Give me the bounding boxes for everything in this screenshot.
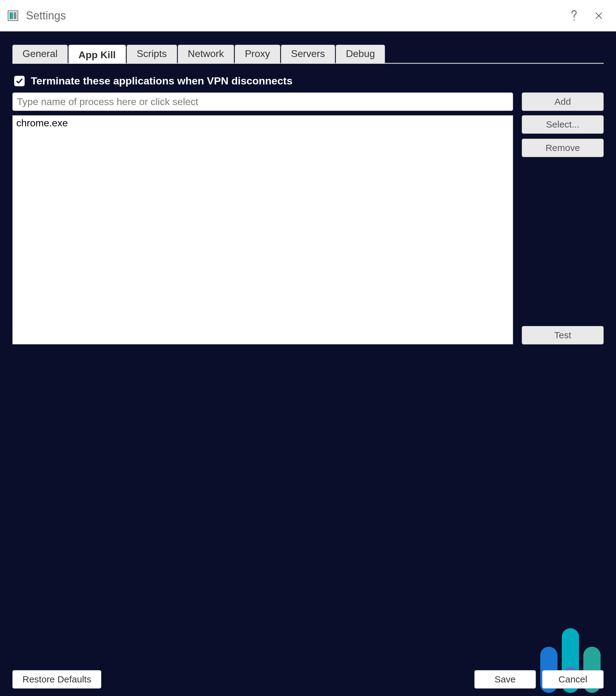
svg-rect-2 (14, 12, 16, 19)
settings-window: Settings General App Kill Scripts Networ… (0, 0, 616, 696)
svg-rect-1 (10, 12, 13, 19)
select-button[interactable]: Select... (522, 115, 604, 134)
save-button[interactable]: Save (474, 670, 536, 689)
close-button[interactable] (586, 6, 611, 25)
process-input-row: Add (12, 92, 604, 111)
help-button[interactable] (562, 6, 586, 25)
svg-point-3 (573, 19, 575, 20)
content-area: General App Kill Scripts Network Proxy S… (0, 31, 616, 696)
app-icon (7, 10, 18, 21)
remove-button[interactable]: Remove (522, 139, 604, 157)
list-item[interactable]: chrome.exe (13, 115, 513, 131)
add-button[interactable]: Add (522, 92, 604, 111)
process-list[interactable]: chrome.exe (12, 115, 513, 345)
tab-general[interactable]: General (12, 45, 68, 64)
tab-app-kill[interactable]: App Kill (68, 45, 126, 64)
tab-proxy[interactable]: Proxy (235, 45, 280, 64)
terminate-checkbox-label: Terminate these applications when VPN di… (31, 75, 293, 87)
process-list-row: chrome.exe Select... Remove Test (12, 115, 604, 345)
window-title: Settings (26, 9, 562, 22)
tab-scripts[interactable]: Scripts (127, 45, 177, 64)
terminate-checkbox-row: Terminate these applications when VPN di… (14, 75, 604, 87)
process-name-input[interactable] (12, 92, 513, 111)
titlebar: Settings (0, 0, 616, 31)
terminate-checkbox[interactable] (14, 76, 25, 86)
restore-defaults-button[interactable]: Restore Defaults (12, 670, 101, 689)
tab-servers[interactable]: Servers (281, 45, 335, 64)
test-button[interactable]: Test (522, 326, 604, 345)
tab-debug[interactable]: Debug (336, 45, 385, 64)
cancel-button[interactable]: Cancel (542, 670, 604, 689)
tabs-bar: General App Kill Scripts Network Proxy S… (12, 44, 604, 64)
footer-bar: Restore Defaults Save Cancel (12, 670, 604, 689)
tab-network[interactable]: Network (178, 45, 234, 64)
